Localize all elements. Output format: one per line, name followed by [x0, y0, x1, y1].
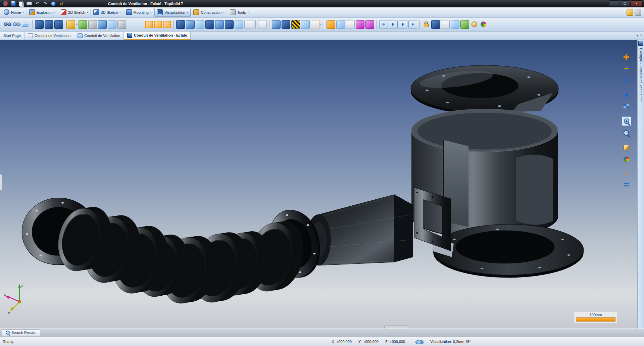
chevron-down-icon[interactable]: ▾ [76, 23, 78, 26]
pane-config-icon[interactable] [215, 20, 224, 29]
eyedropper-icon[interactable] [327, 20, 335, 29]
walk-through-icon[interactable] [108, 20, 116, 29]
chevron-down-icon[interactable]: ▾ [631, 56, 633, 58]
doc-tab-conduit-1[interactable]: Conduit de Ventilation [24, 32, 74, 40]
screen-update-icon[interactable] [98, 20, 107, 29]
probe-icon[interactable] [336, 20, 345, 29]
chevron-down-icon[interactable]: ▾ [119, 11, 121, 13]
redo-button[interactable]: ↷ [42, 1, 48, 7]
render-styles-button[interactable] [622, 155, 631, 163]
section-pane-icon[interactable] [186, 20, 195, 29]
render-comet-icon[interactable] [45, 20, 53, 29]
docked-panel-title[interactable]: Exemple - Conduit de ventilation [639, 48, 643, 102]
hatch-pencil-icon[interactable] [291, 20, 300, 29]
render-palette-icon[interactable] [479, 20, 487, 29]
front-pane-icon[interactable] [176, 20, 185, 29]
minimize-button[interactable]: – [609, 0, 619, 7]
flashlight-icon[interactable] [66, 20, 75, 29]
link-views-button[interactable]: ⇄ [622, 76, 631, 84]
f-pane-4-icon[interactable]: F [408, 20, 417, 29]
assembly-cube-alt-icon[interactable] [365, 20, 374, 29]
select-zone-icon[interactable] [163, 20, 171, 29]
cut-back-icon[interactable] [282, 20, 290, 29]
tab-explosion[interactable]: Explosion▾ [27, 8, 58, 16]
style-star-icon[interactable] [35, 20, 44, 29]
chevron-down-icon[interactable]: ▾ [320, 23, 322, 26]
f-pane-3-icon[interactable]: F [399, 20, 407, 29]
table-pane-icon[interactable] [244, 20, 253, 29]
filter-icon[interactable] [346, 20, 355, 29]
chevron-down-icon[interactable]: ▾ [22, 11, 24, 13]
chevron-down-icon[interactable]: ▾ [150, 11, 152, 13]
plant-measure-icon[interactable] [79, 20, 87, 29]
assembly-cube-icon[interactable] [356, 20, 364, 29]
tab-2d-sketch[interactable]: 2D Sketch▾ [58, 8, 91, 16]
chevron-down-icon[interactable]: ▾ [631, 94, 633, 96]
view-cube-icon[interactable] [431, 20, 440, 29]
render-comet-alt-icon[interactable] [54, 20, 63, 29]
standard-views-button[interactable] [622, 143, 631, 152]
left-panel-grip[interactable] [0, 174, 2, 190]
bottom-grip[interactable] [384, 326, 408, 329]
f-pane-2-icon[interactable]: F [389, 20, 398, 29]
chevron-down-icon[interactable]: ▾ [223, 11, 225, 13]
f-pane-1-icon[interactable]: F [379, 20, 388, 29]
tab-home[interactable]: Home▾ [1, 8, 27, 16]
undo-button[interactable]: ↶ [34, 1, 40, 7]
options-icon[interactable] [635, 9, 641, 16]
clip-pane-icon[interactable] [196, 20, 204, 29]
select-capture-icon[interactable] [154, 20, 162, 29]
select-window-icon[interactable] [145, 20, 153, 29]
lock-icon[interactable] [422, 20, 430, 29]
zoom-window-button[interactable] [622, 116, 631, 126]
3d-viewport[interactable]: ▾ ▾ ⇄▾ ◉▾ ▾ ? x [0, 40, 637, 329]
search-results-tab[interactable]: Search Results [2, 330, 40, 336]
chevron-down-icon[interactable]: ▾ [54, 11, 56, 13]
customize-icon[interactable] [627, 9, 633, 16]
settings-icon[interactable] [258, 20, 267, 29]
chevron-down-icon[interactable]: ▾ [631, 67, 633, 70]
orbit-button[interactable]: ◉ [622, 90, 631, 99]
help-button[interactable]: ? [622, 169, 631, 178]
tab-tools[interactable]: Tools▾ [228, 8, 251, 16]
visualization-lens-icon[interactable] [415, 340, 424, 344]
export-icon[interactable] [460, 20, 469, 29]
mannequin-icon[interactable] [117, 20, 126, 29]
tab-3d-sketch[interactable]: 3D Sketch▾ [91, 8, 123, 16]
cut-front-icon[interactable] [272, 20, 281, 29]
save-button[interactable] [10, 1, 16, 7]
3d-model-canvas[interactable] [0, 40, 637, 329]
chevron-down-icon[interactable]: ▾ [631, 105, 633, 107]
pan-button[interactable] [622, 64, 631, 73]
plugin-button[interactable] [50, 1, 56, 7]
split-views-button[interactable] [622, 102, 631, 110]
tab-list-icon[interactable]: ▾ [636, 34, 638, 37]
app-logo-icon[interactable] [2, 1, 8, 7]
multi-pane-icon[interactable] [205, 20, 214, 29]
chevron-down-icon[interactable]: ▾ [87, 11, 88, 13]
tab-visualization[interactable]: Visualization▾ [154, 8, 191, 16]
measure-icon[interactable] [441, 20, 450, 29]
maximize-button[interactable]: □ [620, 0, 630, 7]
hand-tool-icon[interactable] [451, 20, 459, 29]
doc-tab-conduit-2[interactable]: Conduit de Ventilation [74, 32, 124, 40]
close-document-icon[interactable]: × [640, 34, 642, 37]
cut-wedge-icon[interactable] [301, 20, 310, 29]
close-button[interactable]: × [631, 0, 643, 7]
binoculars-filled-icon[interactable] [13, 20, 21, 29]
doc-tab-conduit-eclate[interactable]: Conduit de Ventilation - Eclaté [124, 32, 191, 40]
tab-construction[interactable]: Construction▾ [191, 8, 227, 16]
binoculars-icon[interactable] [4, 20, 12, 29]
detail-box-icon[interactable] [311, 20, 319, 29]
chevron-down-icon[interactable]: ▾ [187, 11, 188, 13]
copy-button[interactable] [18, 1, 24, 7]
chevron-down-icon[interactable]: ▾ [247, 11, 249, 13]
draft-pane-icon[interactable] [235, 20, 243, 29]
camera-icon[interactable] [88, 20, 97, 29]
zoom-button[interactable] [622, 129, 631, 137]
move-button[interactable] [622, 53, 631, 61]
chevron-down-icon[interactable]: ▾ [631, 79, 633, 81]
doc-tab-start-page[interactable]: Start Page [0, 32, 24, 40]
right-docked-strip[interactable]: Exemple - Conduit de ventilation [637, 40, 644, 329]
print-button[interactable] [26, 1, 32, 7]
